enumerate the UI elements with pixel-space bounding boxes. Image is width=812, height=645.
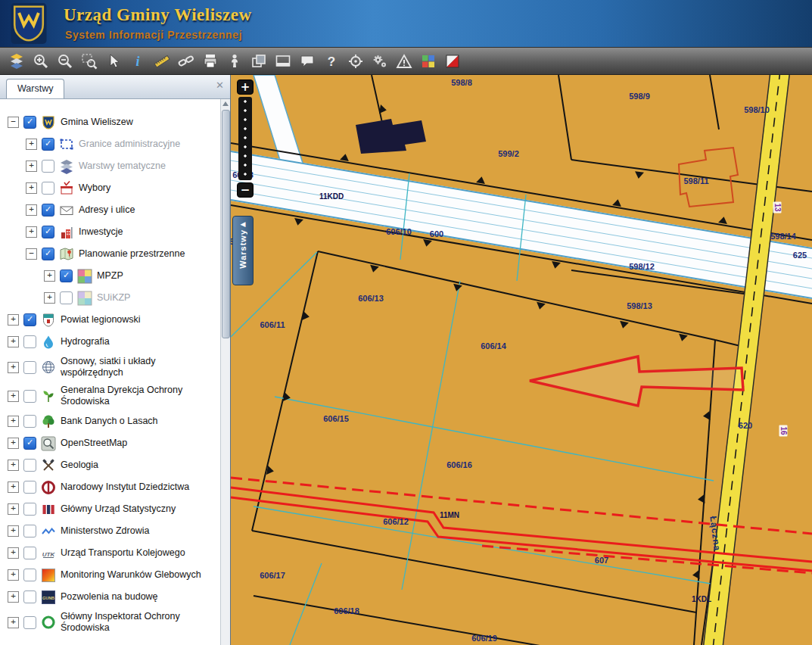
expand-toggle[interactable]: +: [8, 314, 19, 326]
identify-icon[interactable]: i: [127, 51, 148, 71]
layer-checkbox[interactable]: [23, 390, 36, 403]
expand-toggle[interactable]: +: [8, 391, 19, 402]
link-icon[interactable]: [176, 51, 196, 71]
layers-collapse-tab[interactable]: ◀ Warstwy: [232, 216, 254, 285]
street-view-icon[interactable]: [224, 51, 244, 71]
layer-label[interactable]: Gmina Wieliszew: [61, 117, 133, 128]
comment-icon[interactable]: [297, 51, 317, 71]
pointer-icon[interactable]: [103, 51, 123, 71]
layer-label[interactable]: Główny Urząd Statystyczny: [61, 503, 176, 515]
layer-checkbox[interactable]: ✓: [60, 270, 73, 282]
layer-label[interactable]: Osnowy, siatki i układy współrzędnych: [61, 356, 212, 379]
layer-checkbox[interactable]: [23, 361, 36, 374]
expand-toggle[interactable]: +: [26, 182, 37, 194]
layer-label[interactable]: Pozwolenia na budowę: [61, 591, 158, 603]
layer-checkbox[interactable]: [23, 590, 36, 603]
expand-toggle[interactable]: +: [8, 460, 19, 471]
map-canvas[interactable]: [231, 75, 812, 645]
redlining-icon[interactable]: [442, 51, 462, 71]
layer-label[interactable]: Wybory: [79, 182, 110, 194]
locate-icon[interactable]: [345, 51, 366, 71]
help-icon[interactable]: ?: [321, 51, 341, 71]
zoom-slider[interactable]: [238, 97, 252, 180]
layer-label[interactable]: Granice administracyjne: [79, 139, 180, 150]
layer-label[interactable]: MPZP: [97, 270, 123, 282]
layer-checkbox[interactable]: [23, 415, 36, 428]
zoom-out-icon[interactable]: [54, 51, 75, 71]
measure-icon[interactable]: [151, 51, 172, 71]
expand-toggle[interactable]: −: [8, 117, 19, 128]
expand-toggle[interactable]: +: [8, 336, 19, 347]
layer-checkbox[interactable]: ✓: [23, 116, 36, 129]
expand-toggle[interactable]: +: [8, 503, 19, 515]
expand-toggle[interactable]: +: [8, 416, 19, 427]
layer-label[interactable]: Planowanie przestrzenne: [79, 248, 185, 260]
layer-label[interactable]: Adresy i ulice: [79, 204, 135, 216]
expand-toggle[interactable]: +: [8, 525, 19, 537]
expand-toggle[interactable]: +: [8, 547, 19, 559]
expand-toggle[interactable]: +: [44, 270, 55, 282]
layer-checkbox[interactable]: [23, 547, 36, 559]
layer-label[interactable]: Geologia: [61, 460, 98, 471]
attribute-table-icon[interactable]: [272, 51, 293, 71]
map-viewport[interactable]: 598/8598/9598/10599/2598/11606/311KDD598…: [231, 75, 812, 645]
layer-checkbox[interactable]: [23, 459, 36, 472]
print-icon[interactable]: [200, 51, 220, 71]
layer-checkbox[interactable]: [23, 503, 36, 516]
expand-toggle[interactable]: +: [26, 226, 37, 238]
layer-checkbox[interactable]: [23, 569, 36, 581]
zoom-extent-icon[interactable]: [79, 51, 99, 71]
layer-label[interactable]: Bank Danych o Lasach: [61, 416, 158, 427]
expand-toggle[interactable]: +: [44, 292, 55, 304]
layer-checkbox[interactable]: ✓: [23, 313, 36, 326]
layer-checkbox[interactable]: ✓: [42, 226, 54, 238]
expand-toggle[interactable]: +: [8, 591, 19, 603]
layer-label[interactable]: OpenStreetMap: [61, 438, 127, 449]
expand-toggle[interactable]: +: [8, 617, 19, 628]
layer-label[interactable]: Powiat legionowski: [61, 314, 141, 326]
layer-label[interactable]: Ministerstwo Zdrowia: [61, 525, 149, 537]
zoom-in-icon[interactable]: [30, 51, 51, 71]
expand-toggle[interactable]: +: [26, 204, 37, 216]
duplicate-view-icon[interactable]: [248, 51, 269, 71]
layer-checkbox[interactable]: ✓: [42, 204, 54, 217]
scroll-up-icon[interactable]: [222, 101, 229, 107]
layer-label[interactable]: Główny Inspektorat Ochrony Środowiska: [61, 611, 212, 634]
layer-checkbox[interactable]: [23, 335, 36, 348]
layers-icon[interactable]: [6, 51, 26, 71]
scrollbar-thumb[interactable]: [222, 110, 230, 338]
panel-close-icon[interactable]: ✕: [216, 80, 224, 90]
layer-checkbox[interactable]: [42, 182, 54, 195]
expand-toggle[interactable]: +: [8, 569, 19, 581]
ballot-icon: [59, 181, 74, 196]
expand-toggle[interactable]: +: [8, 362, 19, 373]
layer-label[interactable]: Warstwy tematyczne: [79, 160, 166, 172]
expand-toggle[interactable]: −: [26, 248, 37, 260]
layer-label[interactable]: SUiKZP: [97, 292, 130, 304]
zoom-in-button[interactable]: +: [237, 79, 254, 95]
layer-label[interactable]: Monitoring Warunków Glebowych: [61, 569, 201, 581]
layer-label[interactable]: Generalna Dyrekcja Ochrony Środowiska: [61, 385, 212, 407]
layer-checkbox[interactable]: [23, 525, 36, 538]
settings-icon[interactable]: [369, 51, 390, 71]
legend-icon[interactable]: [418, 51, 438, 71]
layer-label[interactable]: Hydrografia: [61, 336, 110, 347]
layer-label[interactable]: Inwestycje: [79, 226, 123, 238]
sidebar-scrollbar[interactable]: [220, 99, 230, 645]
expand-toggle[interactable]: +: [26, 139, 37, 150]
layer-checkbox[interactable]: [23, 616, 36, 629]
expand-toggle[interactable]: +: [8, 438, 19, 449]
expand-toggle[interactable]: +: [8, 481, 19, 493]
expand-toggle[interactable]: +: [26, 160, 37, 172]
layer-checkbox[interactable]: ✓: [42, 138, 54, 151]
layer-label[interactable]: Urząd Transportu Kolejowego: [61, 547, 185, 559]
layer-checkbox[interactable]: ✓: [23, 437, 36, 450]
layer-label[interactable]: Narodowy Instytut Dziedzictwa: [61, 481, 189, 493]
layer-checkbox[interactable]: [23, 481, 36, 494]
tab-warstwy[interactable]: Warstwy: [6, 79, 64, 98]
layer-checkbox[interactable]: ✓: [42, 248, 54, 260]
zoom-out-button[interactable]: −: [237, 182, 254, 198]
layer-checkbox[interactable]: [60, 291, 73, 304]
warning-icon[interactable]: [394, 51, 414, 71]
layer-checkbox[interactable]: [42, 160, 54, 173]
